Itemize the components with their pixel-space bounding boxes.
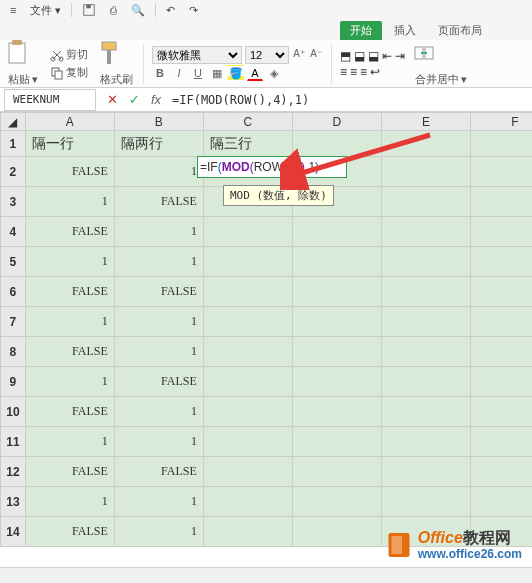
cell[interactable]: 1: [114, 337, 203, 367]
col-header-D[interactable]: D: [292, 113, 381, 131]
cell[interactable]: 1: [114, 427, 203, 457]
menu-button[interactable]: ≡: [6, 4, 20, 16]
cell[interactable]: [203, 277, 292, 307]
merge-button[interactable]: 合并居中▾: [413, 71, 469, 88]
cell[interactable]: [292, 217, 381, 247]
cell[interactable]: FALSE: [25, 217, 114, 247]
row-header[interactable]: 12: [1, 457, 26, 487]
col-header-C[interactable]: C: [203, 113, 292, 131]
align-bottom-icon[interactable]: ⬓: [368, 49, 379, 63]
cell[interactable]: [381, 427, 470, 457]
format-painter-button[interactable]: 格式刷: [98, 71, 135, 88]
cell[interactable]: [470, 397, 532, 427]
indent-left-icon[interactable]: ⇤: [382, 49, 392, 63]
cell[interactable]: 1: [25, 307, 114, 337]
cell[interactable]: [470, 187, 532, 217]
cell[interactable]: [292, 487, 381, 517]
cell[interactable]: [470, 337, 532, 367]
row-header[interactable]: 2: [1, 157, 26, 187]
increase-font-icon[interactable]: A⁺: [292, 46, 306, 60]
cell[interactable]: [470, 457, 532, 487]
cancel-formula-icon[interactable]: ✕: [104, 92, 120, 108]
cell[interactable]: [292, 397, 381, 427]
cell[interactable]: [203, 247, 292, 277]
cell[interactable]: 1: [25, 187, 114, 217]
col-header-E[interactable]: E: [381, 113, 470, 131]
underline-button[interactable]: U: [190, 65, 206, 81]
cell[interactable]: [381, 457, 470, 487]
cell[interactable]: 1: [25, 367, 114, 397]
cell[interactable]: [292, 427, 381, 457]
cell[interactable]: [203, 367, 292, 397]
cell[interactable]: [292, 131, 381, 157]
cell[interactable]: [203, 217, 292, 247]
cell[interactable]: 1: [25, 247, 114, 277]
font-color-button[interactable]: A: [247, 65, 263, 81]
active-cell-editor[interactable]: =IF(MOD(ROW(),4),1): [197, 156, 347, 178]
font-name-select[interactable]: 微软雅黑: [152, 46, 242, 64]
cell[interactable]: 1: [114, 517, 203, 547]
cell[interactable]: [292, 367, 381, 397]
cell[interactable]: [381, 367, 470, 397]
save-icon[interactable]: [78, 3, 100, 17]
cell[interactable]: [470, 157, 532, 187]
cell[interactable]: 1: [114, 217, 203, 247]
cell[interactable]: [381, 277, 470, 307]
fill-color-button[interactable]: 🪣: [228, 65, 244, 81]
formula-input[interactable]: =IF(MOD(ROW(),4),1): [168, 89, 532, 111]
paste-button[interactable]: 粘贴▾: [6, 71, 40, 88]
font-size-select[interactable]: 12: [245, 46, 289, 64]
align-top-icon[interactable]: ⬒: [340, 49, 351, 63]
cell[interactable]: [203, 307, 292, 337]
cell[interactable]: [292, 457, 381, 487]
cell[interactable]: [470, 487, 532, 517]
cell[interactable]: [203, 397, 292, 427]
row-header[interactable]: 8: [1, 337, 26, 367]
row-header[interactable]: 1: [1, 131, 26, 157]
row-header[interactable]: 13: [1, 487, 26, 517]
cell[interactable]: FALSE: [114, 367, 203, 397]
align-left-icon[interactable]: ≡: [340, 65, 347, 79]
align-right-icon[interactable]: ≡: [360, 65, 367, 79]
wrap-text-icon[interactable]: ↩: [370, 65, 380, 79]
cell[interactable]: [470, 277, 532, 307]
cell[interactable]: [381, 337, 470, 367]
merge-icon[interactable]: [413, 39, 435, 70]
row-header[interactable]: 9: [1, 367, 26, 397]
cell[interactable]: FALSE: [25, 517, 114, 547]
cell[interactable]: FALSE: [25, 337, 114, 367]
fx-icon[interactable]: fx: [148, 92, 164, 108]
row-header[interactable]: 7: [1, 307, 26, 337]
cell[interactable]: [292, 277, 381, 307]
cell[interactable]: 1: [114, 157, 203, 187]
format-painter-icon[interactable]: [98, 39, 120, 70]
undo-icon[interactable]: ↶: [162, 4, 179, 17]
cell[interactable]: FALSE: [25, 157, 114, 187]
tab-insert[interactable]: 插入: [384, 21, 426, 40]
cell[interactable]: [470, 217, 532, 247]
row-header[interactable]: 4: [1, 217, 26, 247]
bold-button[interactable]: B: [152, 65, 168, 81]
tab-home[interactable]: 开始: [340, 21, 382, 40]
border-button[interactable]: ▦: [209, 65, 225, 81]
cell[interactable]: FALSE: [25, 457, 114, 487]
cell[interactable]: FALSE: [25, 397, 114, 427]
cell[interactable]: [203, 457, 292, 487]
row-header[interactable]: 11: [1, 427, 26, 457]
cell[interactable]: [381, 247, 470, 277]
col-header-F[interactable]: F: [470, 113, 532, 131]
align-center-icon[interactable]: ≡: [350, 65, 357, 79]
accept-formula-icon[interactable]: ✓: [126, 92, 142, 108]
row-header[interactable]: 5: [1, 247, 26, 277]
cell[interactable]: [381, 131, 470, 157]
print-icon[interactable]: ⎙: [106, 4, 121, 16]
cell[interactable]: FALSE: [25, 277, 114, 307]
row-header[interactable]: 14: [1, 517, 26, 547]
row-header[interactable]: 10: [1, 397, 26, 427]
cell[interactable]: [470, 307, 532, 337]
cut-button[interactable]: 剪切: [48, 46, 90, 63]
name-box[interactable]: WEEKNUM: [4, 89, 96, 111]
cell[interactable]: 1: [114, 307, 203, 337]
cell[interactable]: [470, 427, 532, 457]
col-header-A[interactable]: A: [25, 113, 114, 131]
